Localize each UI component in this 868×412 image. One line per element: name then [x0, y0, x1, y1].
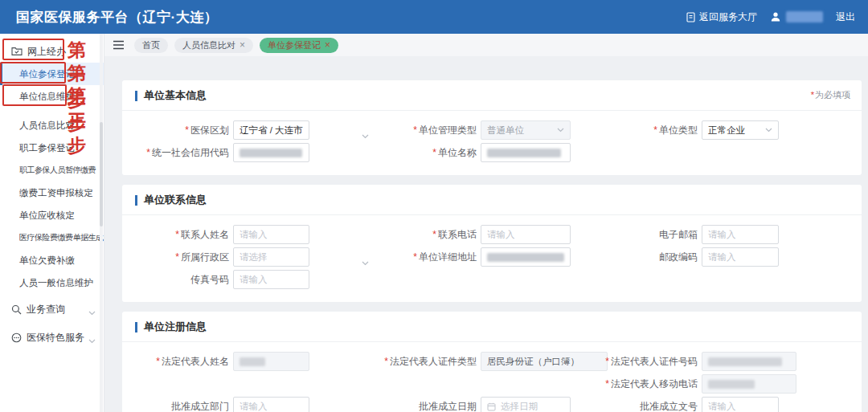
required-star: * [413, 124, 417, 136]
tab-label: 单位参保登记 [268, 39, 321, 51]
approve-dept-label: 批准成立部门 [135, 400, 229, 412]
section-accent-bar [135, 322, 137, 332]
email-input[interactable]: 请输入 [702, 225, 779, 244]
sidebar-item-unit-insurance-registration[interactable]: 单位参保登记 [0, 63, 104, 85]
required-fields-note: *为必填项 [811, 89, 850, 101]
unit-mgmt-type-value: 普通单位 [487, 124, 524, 137]
tab-list: 首页人员信息比对×单位参保登记× [134, 38, 338, 53]
field-credit-code: *统一社会信用代码 [135, 143, 309, 162]
redacted-value [240, 357, 265, 366]
required-star: * [605, 356, 609, 367]
fax-input[interactable]: 请输入 [233, 270, 309, 289]
field-unit-type: *单位类型正常企业 [579, 120, 779, 140]
contact-name-input[interactable]: 请输入 [233, 225, 309, 244]
unit-type-select[interactable]: 正常企业 [702, 120, 779, 140]
sidebar-scrollbar[interactable] [100, 34, 103, 412]
sidebar-item-employee-pause-payment[interactable]: 职工参保人员暂停缴费 [0, 159, 104, 182]
sidebar: 网上经办单位参保登记单位信息维护人员信息比对职工参保登记职工参保人员暂停缴费缴费… [0, 34, 104, 412]
tab-bar: 首页人员信息比对×单位参保登记× [104, 34, 868, 56]
contact-phone-input[interactable]: 请输入 [481, 225, 571, 244]
section-unit-contact-info: 单位联系信息*联系人姓名请输入*联系电话请输入电子邮箱请输入*所属行政区请选择*… [122, 185, 862, 302]
postal-code-input[interactable]: 请输入 [702, 247, 779, 267]
return-hall-button[interactable]: 返回服务大厅 [686, 10, 757, 24]
sidebar-item-salary-declaration-verify[interactable]: 缴费工资申报核定 [0, 182, 104, 204]
sidebar-item-person-general-info-maintain[interactable]: 人员一般信息维护 [0, 271, 104, 294]
form-row: *医保区划辽宁省 / 大连市*单位管理类型普通单位*单位类型正常企业 [135, 120, 849, 140]
sidebar-item-person-info-compare[interactable]: 人员信息比对 [0, 114, 104, 137]
sidebar-item-label: 医疗保险费缴费单据生成 [19, 232, 104, 243]
section-header: 单位注册信息 [135, 320, 849, 334]
approve-dept-placeholder: 请输入 [240, 401, 268, 412]
tab-unit-insurance-registration[interactable]: 单位参保登记× [260, 38, 338, 53]
page-title: 国家医保服务平台（辽宁·大连） [16, 8, 218, 27]
chat-icon [11, 332, 22, 343]
medical-region-dropdown-chevron-icon[interactable] [362, 128, 369, 142]
sidebar-item-medical-payment-bill-generate[interactable]: 医疗保险费缴费单据生成 [0, 226, 104, 249]
unit-name-input[interactable] [481, 143, 571, 162]
approve-dept-input[interactable]: 请输入 [233, 397, 309, 412]
legal-cert-type-value: 居民身份证（户口簿） [487, 356, 579, 368]
email-label: 电子邮箱 [579, 228, 698, 242]
admin-region-placeholder: 请选择 [240, 251, 268, 263]
admin-region-dropdown-chevron-icon[interactable] [362, 255, 369, 269]
contact-phone-placeholder: 请输入 [487, 229, 515, 241]
field-unit-address: *单位详细地址 [370, 247, 571, 267]
postal-code-label: 邮政编码 [579, 251, 698, 264]
sidebar-item-employee-insurance-registration[interactable]: 职工参保登记 [0, 137, 104, 159]
sidebar-item-unit-receivable-verify[interactable]: 单位应收核定 [0, 204, 104, 226]
required-star: * [413, 251, 417, 263]
sidebar-item-special-services[interactable]: 医保特色服务 [0, 324, 104, 350]
section-accent-bar [135, 91, 137, 101]
chevron-down-icon [765, 128, 772, 133]
field-email: 电子邮箱请输入 [579, 225, 779, 244]
field-unit-name: *单位名称 [370, 143, 571, 162]
approve-doc-no-input[interactable]: 请输入 [702, 397, 779, 412]
sidebar-item-unit-arrears-repay[interactable]: 单位欠费补缴 [0, 249, 104, 271]
required-star: * [175, 251, 179, 263]
unit-address-input[interactable] [481, 247, 571, 267]
form-row: 批准成立部门请输入批准成立日期选择日期批准成立文号请输入 [135, 397, 849, 412]
form-row: 传真号码请输入 [135, 270, 849, 289]
credit-code-input[interactable] [233, 143, 309, 162]
required-star: * [653, 124, 657, 136]
legal-mobile-label: *法定代表人移动电话 [579, 377, 698, 391]
unit-address-label: *单位详细地址 [370, 251, 477, 264]
tab-close-icon[interactable]: × [325, 40, 330, 50]
tab-person-info-compare[interactable]: 人员信息比对× [174, 38, 253, 53]
medical-region-value: 辽宁省 / 大连市 [240, 124, 303, 137]
folder-check-icon [11, 47, 23, 56]
user-info[interactable] [770, 11, 823, 22]
sidebar-item-label: 单位应收核定 [19, 210, 75, 222]
tab-home[interactable]: 首页 [134, 38, 168, 53]
required-star: * [811, 90, 814, 100]
sidebar-item-unit-info-maintenance[interactable]: 单位信息维护 [0, 85, 104, 108]
content: 首页人员信息比对×单位参保登记× 单位基本信息*为必填项*医保区划辽宁省 / 大… [104, 34, 868, 412]
required-star: * [156, 356, 160, 367]
sidebar-item-business-query[interactable]: 业务查询 [0, 296, 104, 322]
logout-button[interactable]: 退出 [836, 10, 855, 24]
sidebar-item-label: 网上经办 [27, 45, 66, 59]
approve-date-placeholder: 选择日期 [501, 401, 538, 412]
unit-type-label: *单位类型 [579, 124, 698, 137]
unit-mgmt-type-select: 普通单位 [481, 120, 571, 140]
return-hall-label: 返回服务大厅 [699, 10, 757, 24]
collapse-menu-icon[interactable] [113, 40, 125, 50]
approve-date-date-input[interactable]: 选择日期 [481, 397, 571, 412]
field-postal-code: 邮政编码请输入 [579, 247, 779, 267]
section-title: 单位基本信息 [144, 88, 207, 103]
form-area: 单位基本信息*为必填项*医保区划辽宁省 / 大连市*单位管理类型普通单位*单位类… [104, 56, 868, 412]
sidebar-item-online-handling[interactable]: 网上经办 [0, 40, 104, 63]
section-title: 单位注册信息 [144, 320, 207, 334]
required-star: * [185, 124, 189, 136]
scrollbar-thumb[interactable] [100, 122, 103, 226]
tab-close-icon[interactable]: × [240, 40, 245, 50]
sidebar-item-label: 单位参保登记 [19, 68, 75, 80]
admin-region-input[interactable]: 请选择 [233, 247, 309, 267]
app: 国家医保服务平台（辽宁·大连） 返回服务大厅 退出 网上经办单位参保登记单位信息… [0, 0, 868, 412]
calendar-icon [487, 402, 496, 411]
form-row: *法定代表人移动电话 [135, 374, 849, 394]
medical-region-input[interactable]: 辽宁省 / 大连市 [233, 120, 309, 140]
user-icon [770, 11, 781, 22]
redacted-value [708, 380, 755, 389]
field-contact-name: *联系人姓名请输入 [135, 225, 309, 244]
